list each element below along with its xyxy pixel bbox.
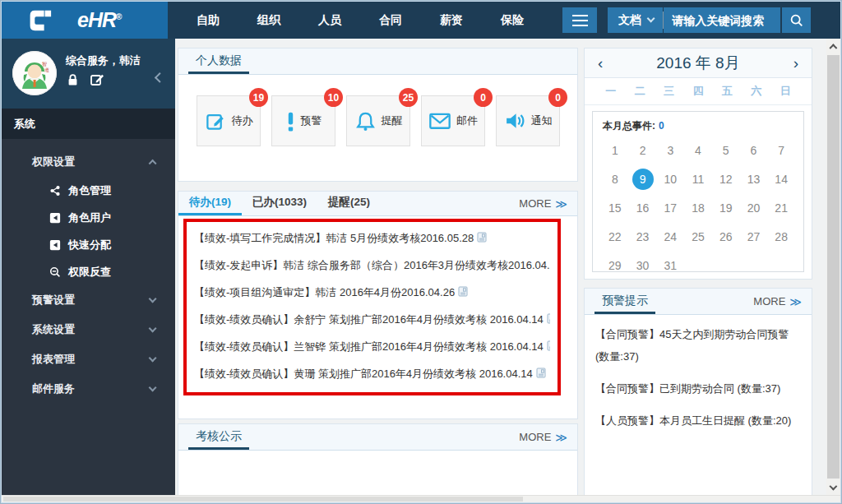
app-logo[interactable]: eHR® <box>2 2 168 39</box>
search-input[interactable] <box>664 7 780 33</box>
nav-item[interactable]: 自助 <box>178 2 238 39</box>
search-scope-dropdown[interactable]: 文档 <box>608 7 663 33</box>
calendar-day[interactable]: 5 <box>715 140 737 161</box>
calendar-day[interactable]: 29 <box>604 255 626 276</box>
search-bar: 文档 <box>608 7 811 33</box>
calendar-day[interactable]: 2 <box>632 140 654 161</box>
calendar-day[interactable]: 31 <box>659 255 681 276</box>
sidebar-item-permission-lookup[interactable]: 权限反查 <box>2 258 175 285</box>
nav-item[interactable]: 合同 <box>360 2 421 39</box>
user-actions <box>67 73 104 86</box>
vertical-scrollbar[interactable] <box>826 39 840 495</box>
calendar-day[interactable]: 22 <box>604 226 626 247</box>
calendar-day[interactable]: 13 <box>743 169 764 190</box>
calendar-day[interactable]: 18 <box>687 197 709 219</box>
more-button[interactable]: MORE ≫ <box>519 197 567 210</box>
calendar-day[interactable]: 10 <box>659 169 681 190</box>
alert-item[interactable]: 【人员预警】本月员工生日提醒 (数量:20) <box>595 409 801 432</box>
scrollbar-thumb[interactable] <box>3 497 523 502</box>
calendar-day[interactable]: 28 <box>770 226 792 247</box>
calendar-day[interactable]: 4 <box>687 140 709 161</box>
weekday-label: 五 <box>713 84 742 99</box>
calendar-panel: ‹ 2016 年 8月 › 一二三四五六日 本月总事件:0 1234567891… <box>584 48 812 280</box>
sidebar-item-role-users[interactable]: 角色用户 <box>2 204 175 231</box>
scroll-up-icon[interactable] <box>826 39 840 53</box>
calendar-day[interactable]: 20 <box>743 197 764 219</box>
horizontal-scrollbar[interactable] <box>2 495 840 502</box>
todo-item[interactable]: 【绩效-发起申诉】韩洁 综合服务部（综合）2016年3月份绩效考核2016.04… <box>194 252 550 279</box>
calendar-day[interactable]: 8 <box>604 169 626 190</box>
chevron-up-icon <box>148 159 156 167</box>
tab-reminders[interactable]: 提醒(25) <box>317 192 381 215</box>
avatar[interactable]: 智 道 <box>12 51 57 95</box>
todo-item[interactable]: 【绩效-绩效员确认】黄珊 策划推广部2016年4月份绩效考核 2016.04.1… <box>194 360 550 387</box>
calendar-day[interactable]: 17 <box>659 197 681 219</box>
todo-item[interactable]: 【绩效-绩效员确认】余舒宁 策划推广部2016年4月份绩效考核 2016.04.… <box>194 306 550 333</box>
calendar-day[interactable]: 21 <box>770 197 792 219</box>
alert-item[interactable]: 【合同预警】已到期劳动合同 (数量:37) <box>595 377 801 400</box>
calendar-day[interactable]: 26 <box>715 226 737 247</box>
mail-button[interactable]: 邮件 0 <box>421 95 485 146</box>
reminder-button[interactable]: 提醒 25 <box>346 95 410 146</box>
more-label: MORE <box>519 197 551 210</box>
calendar-next-button[interactable]: › <box>793 55 798 71</box>
calendar-day[interactable]: 6 <box>743 140 764 161</box>
calendar-day[interactable]: 7 <box>770 140 792 161</box>
tab-todo[interactable]: 待办(19) <box>178 192 242 215</box>
nav-item[interactable]: 组织 <box>238 2 299 39</box>
todo-button[interactable]: 待办 19 <box>197 95 261 146</box>
todo-item[interactable]: 【绩效-填写工作完成情况】韩洁 5月份绩效考核2016.05.28 <box>194 224 550 252</box>
calendar-day[interactable]: 11 <box>687 169 709 190</box>
calendar-day[interactable]: 27 <box>743 226 764 247</box>
sidebar-collapse-button[interactable] <box>156 70 164 85</box>
calendar-day[interactable]: 19 <box>715 197 737 219</box>
more-button[interactable]: MORE ≫ <box>753 295 802 308</box>
nav-item[interactable]: 人员 <box>299 2 360 39</box>
calendar-day[interactable]: 16 <box>632 197 654 219</box>
double-chevron-right-icon: ≫ <box>555 431 567 444</box>
sidebar-item-permissions[interactable]: 权限设置 <box>2 147 175 177</box>
chevron-down-icon <box>647 15 655 23</box>
calendar-day[interactable]: 12 <box>715 169 737 190</box>
sidebar-item-alert-settings[interactable]: 预警设置 <box>2 285 175 315</box>
nav-item[interactable]: 薪资 <box>421 2 482 39</box>
todo-item-text: 【绩效-填写工作完成情况】韩洁 5月份绩效考核2016.05.28 <box>194 232 474 244</box>
lock-icon[interactable] <box>67 73 79 86</box>
search-button[interactable] <box>782 7 811 33</box>
more-button[interactable]: MORE ≫ <box>519 431 567 444</box>
edit-icon[interactable] <box>90 73 104 86</box>
todo-item[interactable]: 【绩效-绩效员确认】兰智铧 策划推广部2016年4月份绩效考核 2016.04.… <box>194 333 550 360</box>
calendar-day[interactable]: 24 <box>659 226 681 247</box>
sidebar-item-quick-assign[interactable]: 快速分配 <box>2 231 175 258</box>
scrollbar-thumb[interactable] <box>827 55 840 479</box>
calendar-day[interactable]: 25 <box>687 226 709 247</box>
calendar-day[interactable]: 3 <box>659 140 681 161</box>
sidebar-item-label: 权限设置 <box>32 155 75 169</box>
alerts-panel: 预警提示 MORE ≫ 【合同预警】45天之内到期劳动合同预警 (数量:37)【… <box>584 288 812 496</box>
calendar-day[interactable]: 30 <box>632 255 654 276</box>
scroll-down-icon[interactable] <box>826 480 840 494</box>
weekday-label: 六 <box>742 84 770 99</box>
notice-button[interactable]: 通知 0 <box>496 95 560 146</box>
calendar-day[interactable]: 9 <box>632 169 654 190</box>
calendar-weekday-row: 一二三四五六日 <box>585 78 812 105</box>
chevron-down-icon <box>148 324 156 332</box>
alert-item[interactable]: 【合同预警】45天之内到期劳动合同预警 (数量:37) <box>595 323 801 368</box>
calendar-day[interactable]: 1 <box>604 140 626 161</box>
logo-mark-icon <box>25 7 53 35</box>
alert-button[interactable]: 预警 10 <box>271 95 335 146</box>
sidebar-item-label: 邮件服务 <box>32 381 75 396</box>
calendar-day[interactable]: 14 <box>770 169 792 190</box>
main-content: 个人数据 待办 19 预警 10 提醒 <box>175 39 826 495</box>
sidebar-item-role-management[interactable]: 角色管理 <box>2 177 175 204</box>
tab-done[interactable]: 已办(1033) <box>242 192 317 215</box>
stat-label: 提醒 <box>382 113 403 128</box>
calendar-day[interactable]: 23 <box>632 226 654 247</box>
sidebar-item-mail-service[interactable]: 邮件服务 <box>2 374 175 404</box>
calendar-day[interactable]: 15 <box>604 197 626 219</box>
menu-toggle-button[interactable] <box>562 7 597 33</box>
sidebar-item-system-settings[interactable]: 系统设置 <box>2 315 175 344</box>
sidebar-item-report-management[interactable]: 报表管理 <box>2 344 175 374</box>
nav-item[interactable]: 保险 <box>482 2 543 39</box>
todo-item[interactable]: 【绩效-项目组沟通审定】韩洁 2016年4月份2016.04.26 <box>194 279 550 306</box>
